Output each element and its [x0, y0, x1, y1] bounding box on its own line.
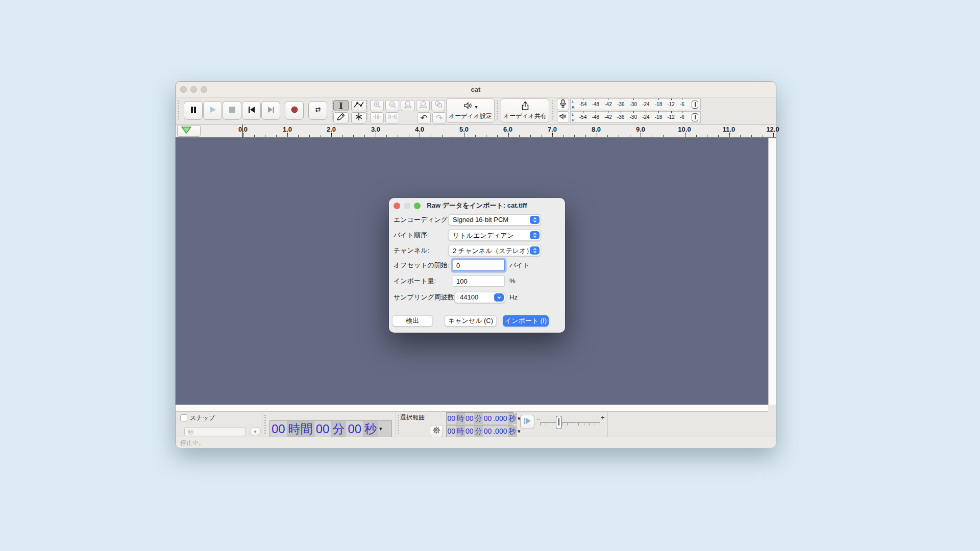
record-button[interactable] [285, 101, 304, 120]
speed-slider-plus[interactable]: + [601, 414, 605, 421]
trim-outside-selection-button[interactable] [370, 112, 384, 123]
undo-button[interactable]: ↶ [417, 112, 431, 123]
meter-channel-r: R [572, 105, 575, 110]
stepper-icon [530, 246, 540, 255]
snap-label: スナップ [190, 414, 215, 422]
meter-toolbar-grip[interactable] [552, 101, 553, 121]
meter-channel-l: L [572, 99, 575, 105]
transport-toolbar-grip[interactable] [178, 101, 179, 121]
audio-position-display[interactable]: 00 時間 00 分 00 秒 ▾ [270, 420, 392, 437]
zoom-in-icon [373, 101, 381, 111]
share-toolbar-grip[interactable] [497, 101, 498, 121]
byte-order-label: バイト順序: [394, 230, 429, 241]
play-meter-scale: -54-48-42-36-30-24-18-12-6 [579, 112, 684, 122]
ruler-label: 10.0 [678, 126, 691, 133]
loop-region-button[interactable] [177, 125, 201, 137]
ruler-label: 6.0 [503, 126, 512, 133]
time-toolbar-grip[interactable] [264, 415, 266, 434]
silence-icon [388, 113, 397, 122]
snap-checkbox[interactable] [180, 414, 187, 421]
loop-icon [313, 105, 323, 116]
offset-input[interactable] [453, 260, 505, 271]
play-button[interactable] [203, 101, 222, 120]
timeline-ruler[interactable]: 0.0 1.0 2.0 3.0 4.0 5.0 6.0 7.0 8.0 9.0 … [176, 124, 776, 138]
ruler-label: 1.0 [283, 126, 292, 133]
zoom-out-button[interactable] [385, 100, 399, 111]
chevron-down-icon: ▾ [254, 429, 257, 434]
skip-to-end-button[interactable] [261, 101, 280, 120]
status-text: 停止中。 [180, 439, 205, 447]
zoom-in-button[interactable] [370, 100, 384, 111]
sample-rate-combobox[interactable]: 44100 [454, 292, 505, 303]
selection-end-field[interactable]: 00時間00分00.000秒 ▾ [446, 425, 513, 437]
record-meter-scale: -54-48-42-36-30-24-18-12-6 [579, 99, 684, 110]
play-meter-slider[interactable] [692, 113, 698, 121]
play-at-speed-icon [524, 417, 531, 427]
selection-toolbar-grip[interactable] [398, 415, 399, 434]
record-meter-button[interactable] [557, 98, 569, 110]
speed-slider-thumb[interactable] [556, 416, 562, 429]
detect-button[interactable]: 検出 [392, 315, 433, 327]
snap-unit-dropdown-button[interactable]: ▾ [250, 427, 261, 436]
dialog-titlebar[interactable]: Raw データをインポート: cat.tiff [389, 198, 565, 213]
fit-project-button[interactable] [416, 100, 430, 111]
pencil-icon [336, 113, 346, 123]
skip-to-start-button[interactable] [242, 101, 261, 120]
ruler-label: 3.0 [371, 126, 380, 133]
offset-label: オフセットの開始: [394, 260, 449, 271]
selection-range-label: 選択範囲 [400, 413, 425, 422]
share-icon [521, 101, 530, 113]
bottom-toolbar-dock: スナップ 秒 ▾ 00 時間 00 分 00 秒 ▾ 選択範囲 00時間00分0… [176, 412, 776, 437]
selection-format-dropdown-icon[interactable]: ▾ [517, 428, 522, 435]
loop-button[interactable] [308, 101, 327, 120]
pause-icon [189, 106, 198, 116]
selection-start-field[interactable]: 00時間00分00.000秒 ▾ [446, 412, 513, 424]
multi-tool-button[interactable] [351, 112, 366, 123]
ruler-label: 8.0 [592, 126, 601, 133]
channels-dropdown[interactable]: 2 チャンネル（ステレオ） [448, 245, 541, 256]
ruler-label: 4.0 [415, 126, 424, 133]
channels-label: チャンネル: [394, 245, 429, 256]
horizontal-scrollbar[interactable] [176, 405, 768, 412]
offset-unit: バイト [509, 260, 530, 271]
time-format-dropdown-icon[interactable]: ▾ [378, 425, 383, 432]
cancel-button[interactable]: キャンセル (C) [445, 315, 497, 327]
silence-selection-button[interactable] [385, 112, 399, 123]
zoom-toggle-button[interactable] [431, 100, 445, 111]
selection-tool-button[interactable]: I [333, 100, 349, 111]
audio-share-label: オーディオ共有 [501, 112, 549, 120]
play-at-speed-button[interactable] [520, 415, 534, 429]
window-titlebar[interactable]: cat [176, 82, 776, 97]
stop-button[interactable] [223, 101, 241, 120]
draw-tool-button[interactable] [333, 112, 349, 123]
audio-share-button[interactable]: オーディオ共有 [501, 98, 549, 123]
snap-unit-combobox[interactable]: 秒 [184, 427, 246, 436]
play-meter-button[interactable] [557, 111, 569, 123]
time-unit: 分 [331, 421, 346, 437]
byte-order-dropdown[interactable]: リトルエンディアン [448, 230, 541, 241]
record-meter-slider[interactable] [692, 101, 698, 109]
top-toolbar-dock: I ↶ [176, 97, 776, 124]
encoding-dropdown[interactable]: Signed 16-bit PCM [448, 214, 541, 226]
ruler-label: 7.0 [548, 126, 557, 133]
speed-slider-minus[interactable]: – [536, 415, 540, 422]
audio-setup-button[interactable]: ▾ オーディオ設定 [446, 98, 495, 123]
selection-options-button[interactable] [430, 425, 443, 437]
play-meter[interactable]: LR -54-48-42-36-30-24-18-12-6 [570, 111, 701, 123]
ruler-label: 2.0 [327, 126, 336, 133]
skip-to-start-icon [248, 106, 256, 116]
import-amount-input[interactable] [453, 276, 505, 287]
envelope-tool-button[interactable] [351, 100, 366, 111]
import-amount-label: インポート量: [394, 276, 436, 287]
record-meter[interactable]: LR -54-48-42-36-30-24-18-12-6 [570, 98, 701, 110]
time-segment[interactable]: 00 [314, 421, 331, 437]
time-segment[interactable]: 00 [346, 421, 363, 437]
time-segment[interactable]: 00 [270, 421, 287, 437]
ibeam-icon: I [339, 101, 342, 111]
import-button[interactable]: インポート (I) [503, 315, 549, 327]
redo-button[interactable]: ↷ [432, 112, 446, 123]
fit-selection-button[interactable] [401, 100, 414, 111]
status-bar: 停止中。 [176, 437, 776, 448]
vertical-scrollbar[interactable] [768, 138, 776, 405]
pause-button[interactable] [184, 101, 203, 120]
